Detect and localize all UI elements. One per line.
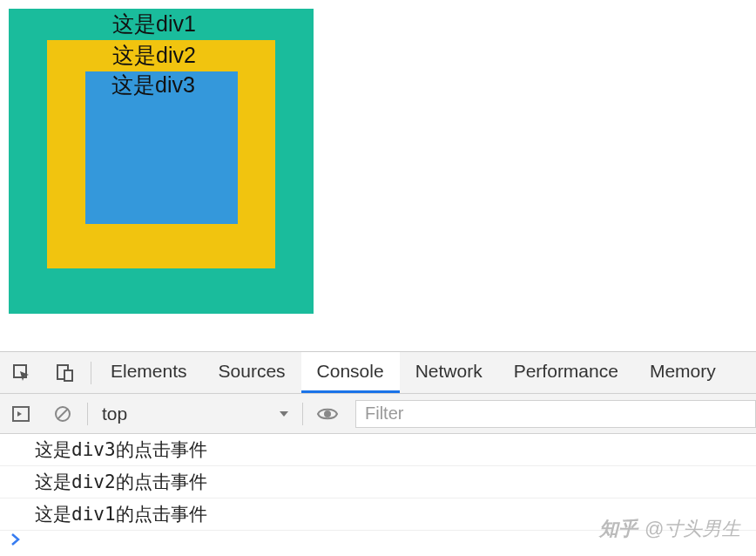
tab-sources[interactable]: Sources (203, 352, 301, 393)
sidebar-toggle-icon[interactable] (0, 394, 42, 433)
tab-memory[interactable]: Memory (634, 352, 732, 393)
separator (302, 403, 303, 425)
div1-label: 这是div1 (9, 9, 314, 38)
svg-point-6 (324, 410, 331, 417)
device-toggle-icon[interactable] (44, 352, 87, 393)
chevron-down-icon (278, 408, 290, 420)
tab-network[interactable]: Network (400, 352, 498, 393)
div3-label: 这是div3 (85, 70, 238, 99)
prompt-chevron-icon (10, 532, 21, 546)
console-log-row: 这是div2的点击事件 (0, 466, 756, 498)
tab-console[interactable]: Console (301, 352, 400, 393)
console-output: 这是div3的点击事件 这是div2的点击事件 这是div1的点击事件 (0, 434, 756, 548)
tab-elements[interactable]: Elements (95, 352, 203, 393)
eye-icon[interactable] (307, 394, 348, 433)
filter-input[interactable] (355, 400, 756, 428)
svg-rect-2 (64, 370, 72, 381)
div1[interactable]: 这是div1 这是div2 这是div3 (9, 9, 314, 314)
div2[interactable]: 这是div2 这是div3 (47, 40, 275, 268)
inspect-icon[interactable] (0, 352, 44, 393)
devtools-tab-bar: Elements Sources Console Network Perform… (0, 352, 756, 394)
separator (87, 403, 88, 425)
svg-line-5 (57, 409, 68, 419)
devtools-panel: Elements Sources Console Network Perform… (0, 351, 756, 548)
separator (91, 362, 91, 384)
page-content: 这是div1 这是div2 这是div3 (0, 0, 756, 351)
clear-console-icon[interactable] (42, 394, 84, 433)
console-log-row: 这是div3的点击事件 (0, 434, 756, 466)
div2-label: 这是div2 (47, 40, 275, 70)
console-toolbar: top (0, 394, 756, 434)
context-selector[interactable]: top (91, 394, 299, 433)
console-prompt[interactable] (0, 531, 756, 548)
tab-performance[interactable]: Performance (498, 352, 634, 393)
context-label: top (102, 403, 127, 424)
console-log-row: 这是div1的点击事件 (0, 498, 756, 531)
div3[interactable]: 这是div3 (85, 71, 238, 224)
